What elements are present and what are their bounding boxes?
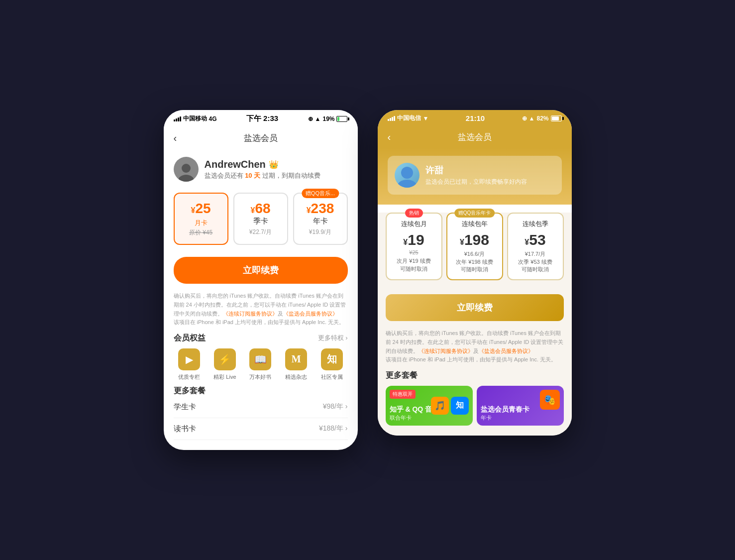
content-2: 热销 连续包月 ¥19 ¥25 次月 ¥19 续费可随时取消 赠QQ音乐年卡 连… bbox=[378, 213, 572, 436]
year-label: 年卡 bbox=[299, 217, 342, 226]
zhihu-qq-subtitle: 联合年卡 bbox=[390, 414, 439, 422]
plan-cont-season[interactable]: 连续包季 ¥53 ¥17.7/月次季 ¥53 续费可随时取消 bbox=[507, 213, 564, 280]
youth-banner[interactable]: 盐选会员青春卡 年卡 🎭 bbox=[477, 386, 564, 426]
benefit-columns: ▶ 优质专栏 bbox=[174, 348, 206, 381]
youth-image: 🎭 bbox=[540, 390, 560, 410]
nav-bar-1: ‹ 盐选会员 bbox=[164, 127, 358, 149]
youth-subtitle: 年卡 bbox=[481, 414, 529, 422]
benefit-icon-1: ▶ bbox=[178, 348, 200, 370]
zhihu-qq-banner[interactable]: 特惠双开 知乎 & QQ 音乐 联合年卡 知 🎵 bbox=[386, 386, 473, 426]
status-left-1: 中国移动 4G bbox=[174, 114, 217, 123]
season-sub: ¥22.7/月 bbox=[239, 228, 282, 236]
status-bar-1: 中国移动 4G 下午 2:33 ⊕ ▲ 19% bbox=[164, 110, 358, 127]
cont-season-sub: ¥17.7/月次季 ¥53 续费可随时取消 bbox=[512, 250, 559, 273]
signal-icon bbox=[174, 116, 181, 121]
member-terms-link-2[interactable]: 《盐选会员服务协议》 bbox=[479, 348, 533, 354]
student-card-row[interactable]: 学生卡 ¥98/年 › bbox=[174, 396, 348, 418]
month-original: 原价 ¥45 bbox=[180, 228, 222, 237]
time-label-2: 21:10 bbox=[466, 114, 485, 122]
username-2: 许甜 bbox=[425, 164, 527, 176]
plan-cont-month[interactable]: 热销 连续包月 ¥19 ¥25 次月 ¥19 续费可随时取消 bbox=[386, 213, 442, 280]
svg-point-1 bbox=[178, 175, 194, 182]
days-highlight: 10 天 bbox=[245, 172, 260, 179]
student-card-price: ¥98/年 › bbox=[323, 402, 348, 411]
main-container: 中国移动 4G 下午 2:33 ⊕ ▲ 19% ‹ 盐选会员 bbox=[144, 90, 592, 469]
user-info-1: AndrewChen 👑 盐选会员还有 10 天 过期，到期自动续费 bbox=[205, 159, 320, 180]
plan-year[interactable]: 赠QQ音乐... ¥238 年卡 ¥19.9/月 bbox=[293, 193, 348, 245]
carrier-label-2: 中国电信 bbox=[397, 114, 421, 122]
youth-title: 盐选会员青春卡 bbox=[481, 405, 529, 414]
cont-year-sub: ¥16.6/月次年 ¥198 续费可随时取消 bbox=[451, 250, 498, 273]
month-price: ¥25 bbox=[180, 201, 222, 217]
svg-point-2 bbox=[401, 167, 413, 179]
reading-card-row[interactable]: 读书卡 ¥188/年 › bbox=[174, 418, 348, 440]
member-terms-link-1[interactable]: 《盐选会员服务协议》 bbox=[283, 311, 338, 317]
status-left-2: 中国电信 ▼ bbox=[388, 114, 429, 122]
qq-music-icon: 🎵 bbox=[431, 397, 449, 415]
season-price: ¥68 bbox=[239, 201, 282, 217]
year-price: ¥238 bbox=[299, 201, 342, 217]
nav-bar-2: ‹ 盐选会员 bbox=[378, 126, 572, 148]
benefits-more[interactable]: 更多特权 › bbox=[318, 334, 348, 342]
user-subtitle-1: 盐选会员还有 10 天 过期，到期自动续费 bbox=[205, 171, 320, 180]
reading-card-name: 读书卡 bbox=[174, 424, 196, 434]
plan-cards-1: ¥25 月卡 原价 ¥45 ¥68 季卡 ¥22.7/月 赠QQ音乐... ¥2… bbox=[174, 193, 348, 245]
back-button-1[interactable]: ‹ bbox=[174, 132, 177, 144]
cont-month-price: ¥19 bbox=[391, 231, 437, 248]
cont-season-price: ¥53 bbox=[512, 231, 559, 248]
status-right-2: ⊕ ▲ 82% bbox=[522, 115, 562, 122]
cont-year-price: ¥198 bbox=[451, 231, 498, 248]
wifi-icon: ▼ bbox=[423, 115, 429, 122]
battery-icon-2 bbox=[551, 115, 562, 121]
banner-text-2: 盐选会员青春卡 年卡 bbox=[481, 405, 529, 422]
special-tag: 特惠双开 bbox=[390, 390, 416, 399]
signal-icon-2 bbox=[388, 116, 395, 121]
benefit-icon-4: M bbox=[285, 348, 307, 370]
student-card-name: 学生卡 bbox=[174, 402, 196, 412]
network-label: 4G bbox=[209, 115, 217, 122]
status-right-1: ⊕ ▲ 19% bbox=[308, 115, 348, 122]
plan-cont-year[interactable]: 赠QQ音乐年卡 连续包年 ¥198 ¥16.6/月次年 ¥198 续费可随时取消 bbox=[446, 213, 503, 280]
user-info-2: 许甜 盐选会员已过期，立即续费畅享好内容 bbox=[425, 164, 527, 186]
terms-link-2[interactable]: 《连续订阅服务协议》 bbox=[419, 348, 473, 354]
hot-tag: 热销 bbox=[405, 209, 423, 218]
benefit-label-5: 社区专属 bbox=[321, 373, 343, 381]
page-title-1: 盐选会员 bbox=[244, 132, 278, 144]
terms-link-1[interactable]: 《连续订阅服务协议》 bbox=[223, 311, 278, 317]
cont-month-name: 连续包月 bbox=[391, 220, 437, 228]
svg-point-3 bbox=[397, 180, 417, 188]
arrow-icon: ▲ bbox=[315, 115, 321, 122]
user-card-2: 许甜 盐选会员已过期，立即续费畅享好内容 bbox=[388, 156, 562, 195]
more-packages-title-1: 更多套餐 bbox=[174, 386, 348, 396]
settings-icon: ⊕ bbox=[522, 115, 527, 122]
cta-button-1[interactable]: 立即续费 bbox=[174, 257, 348, 284]
benefits-header: 会员权益 更多特权 › bbox=[174, 333, 348, 343]
more-packages-2: 更多套餐 特惠双开 知乎 & QQ 音乐 联合年卡 知 🎵 盐选会员青春卡 bbox=[386, 370, 564, 426]
status-bar-2: 中国电信 ▼ 21:10 ⊕ ▲ 82% bbox=[378, 110, 572, 126]
benefit-label-1: 优质专栏 bbox=[178, 373, 200, 381]
benefit-label-3: 万本好书 bbox=[249, 373, 271, 381]
phone-2: 中国电信 ▼ 21:10 ⊕ ▲ 82% ‹ 盐选会员 bbox=[378, 110, 572, 436]
avatar-1 bbox=[174, 157, 199, 182]
reading-card-price: ¥188/年 › bbox=[319, 424, 348, 433]
cont-year-name: 连续包年 bbox=[451, 220, 498, 228]
content-1: AndrewChen 👑 盐选会员还有 10 天 过期，到期自动续费 ¥25 月… bbox=[164, 149, 358, 449]
benefit-icon-2: ⚡ bbox=[214, 348, 236, 370]
plan-season[interactable]: ¥68 季卡 ¥22.7/月 bbox=[233, 193, 288, 245]
benefit-live: ⚡ 精彩 Live bbox=[209, 348, 241, 381]
season-label: 季卡 bbox=[239, 217, 282, 226]
svg-point-0 bbox=[182, 164, 191, 173]
plan-month[interactable]: ¥25 月卡 原价 ¥45 bbox=[174, 193, 228, 245]
disclaimer-1: 确认购买后，将向您的 iTunes 账户收款。自动续费 iTunes 账户会在到… bbox=[174, 292, 348, 327]
benefit-icon-5: 知 bbox=[321, 348, 343, 370]
battery-icon bbox=[336, 116, 347, 122]
benefit-label-2: 精彩 Live bbox=[213, 373, 236, 381]
battery-label-2: 82% bbox=[536, 115, 548, 122]
benefit-label-4: 精选杂志 bbox=[285, 373, 307, 381]
phone-1: 中国移动 4G 下午 2:33 ⊕ ▲ 19% ‹ 盐选会员 bbox=[164, 110, 358, 449]
cta-button-2[interactable]: 立即续费 bbox=[386, 294, 564, 321]
page-title-2: 盐选会员 bbox=[458, 131, 492, 143]
user-section-1: AndrewChen 👑 盐选会员还有 10 天 过期，到期自动续费 bbox=[174, 149, 348, 187]
back-button-2[interactable]: ‹ bbox=[388, 131, 391, 143]
zhihu-logo-icon: 知 bbox=[451, 397, 469, 415]
